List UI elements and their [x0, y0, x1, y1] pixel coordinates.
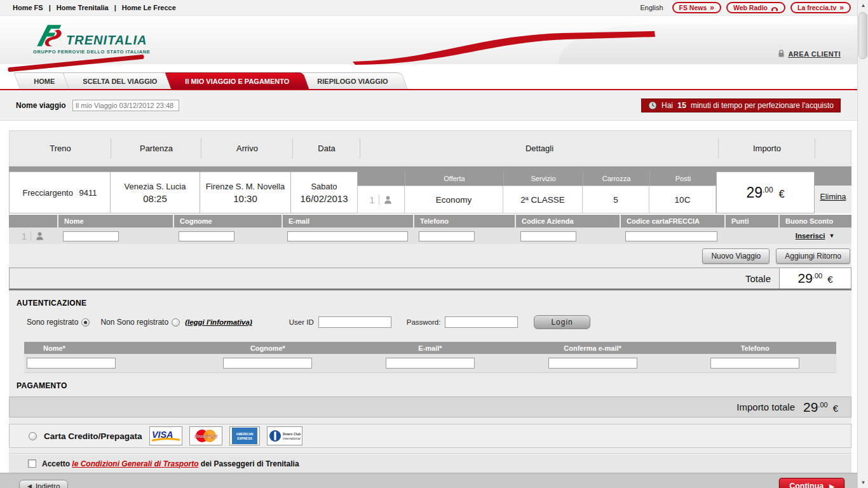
journey-row: Frecciargento 9411 Venezia S. Lucia 08:2…: [9, 172, 851, 214]
language-label[interactable]: English: [640, 4, 663, 11]
web-radio-button[interactable]: Web Radio: [726, 2, 785, 13]
col-header-spacer: [815, 131, 851, 166]
passenger-cognome-input[interactable]: [179, 231, 234, 241]
passenger-col-telefono: Telefono: [413, 215, 515, 227]
timer-post: minuti di tempo per perfezionare l'acqui…: [691, 101, 834, 110]
departure-cell: Venezia S. Lucia 08:25: [110, 172, 200, 214]
passenger-number: 1: [22, 231, 27, 241]
brand-name: TRENITALIA: [66, 33, 147, 48]
form-col-conferma-email: Conferma e-mail*: [512, 344, 674, 352]
payment-method-row: Carta Credito/Prepagata VISA MasterCard …: [9, 424, 851, 448]
trip-actions: Nuovo Viaggio Aggiungi Ritorno: [9, 244, 851, 268]
not-registered-label: Non Sono registrato: [100, 318, 168, 327]
tab-label: Il MIO VIAGGIO E PAGAMENTO: [185, 78, 289, 85]
table-divider-strip: [9, 166, 851, 172]
indietro-button[interactable]: ◀ Indietro: [19, 480, 68, 488]
passenger-col-cognome: Cognome: [173, 215, 281, 227]
link-home-fs[interactable]: Home FS: [13, 4, 43, 11]
login-button[interactable]: Login: [534, 315, 590, 329]
scrollbar-thumb[interactable]: [858, 12, 867, 59]
scrollbar-up-button[interactable]: ▲: [858, 0, 868, 11]
passenger-nome-input[interactable]: [63, 231, 119, 241]
informativa-link[interactable]: (leggi l'informativa): [185, 318, 252, 326]
amex-text1: AMERICAN: [236, 432, 253, 436]
passenger-codice-azienda-input[interactable]: [520, 231, 576, 241]
form-cognome-input[interactable]: [223, 358, 312, 369]
brand-subtitle: GRUPPO FERROVIE DELLO STATO ITALIANE: [33, 49, 150, 55]
separator: |: [114, 4, 116, 11]
registered-radio[interactable]: [81, 318, 90, 327]
link-home-le-frecce[interactable]: Home Le Frecce: [122, 4, 176, 11]
arrival-cell: Firenze S. M. Novella 10:30: [200, 172, 291, 214]
user-id-input[interactable]: [318, 316, 391, 328]
details-header-carrozza: Carrozza: [583, 172, 649, 186]
link-home-trenitalia[interactable]: Home Trenitalia: [57, 4, 109, 11]
total-dec: .00: [813, 272, 822, 280]
form-conferma-email-input[interactable]: [548, 358, 637, 369]
la-freccia-tv-button[interactable]: La freccia.tv »: [790, 2, 851, 13]
form-col-telefono: Telefono: [674, 344, 836, 352]
headphones-icon: [771, 4, 778, 11]
continua-button[interactable]: Continua ▶: [779, 478, 844, 488]
departure-station: Venezia S. Lucia: [125, 182, 186, 191]
password-label: Password:: [407, 318, 441, 326]
tab-scelta-del-viaggio[interactable]: SCELTA DEL VIAGGIO: [62, 72, 177, 89]
visa-logo: VISA: [149, 426, 182, 445]
la-freccia-tv-label: La freccia.tv: [797, 4, 836, 11]
terms-link[interactable]: le Condizioni Generali di Trasporto: [72, 459, 198, 468]
divider: [379, 195, 379, 205]
card-payment-radio[interactable]: [29, 432, 37, 440]
offer-value: Economy: [404, 186, 503, 214]
terms-band: Accetto le Condizioni Generali di Traspo…: [9, 454, 851, 473]
inserisci-link[interactable]: Inserisci: [796, 232, 825, 240]
delete-journey-link[interactable]: Elimina: [820, 193, 846, 201]
back-arrow-icon: ◀: [27, 483, 32, 488]
fs-news-button[interactable]: FS News »: [672, 2, 721, 13]
passenger-col-codice-azienda: Codice Azienda: [515, 215, 620, 227]
scrollbar-down-button[interactable]: ▼: [858, 477, 868, 488]
payment-heading: PAGAMENTO: [9, 373, 851, 390]
passenger-col-cartafreccia: Codice cartaFRECCIA: [620, 215, 724, 227]
accept-terms-checkbox[interactable]: [28, 459, 36, 468]
registered-label: Sono registrato: [27, 318, 78, 327]
diners-text2: International: [283, 437, 301, 440]
form-telefono-input[interactable]: [710, 358, 799, 369]
authentication-heading: AUTENTICAZIONE: [9, 290, 851, 308]
passenger-cartafreccia-input[interactable]: [625, 231, 717, 241]
total-label: Totale: [745, 268, 771, 288]
registration-form-header: Nome* Cognome* E-mail* Conferma e-mail* …: [24, 342, 836, 354]
passenger-input-row: 1 Inserisci ▼: [9, 227, 851, 244]
mastercard-logo: MasterCard: [189, 426, 222, 445]
price-currency: €: [779, 189, 785, 200]
scrollbar-up-icon: ▲: [861, 3, 866, 8]
area-clienti-link[interactable]: AREA CLIENTI: [788, 50, 841, 58]
tab-label: SCELTA DEL VIAGGIO: [83, 78, 157, 85]
tab-mio-viaggio-e-pagamento[interactable]: Il MIO VIAGGIO E PAGAMENTO: [165, 72, 309, 89]
total-box: Totale 29.00€: [9, 268, 851, 290]
indietro-label: Indietro: [36, 482, 60, 488]
terms-post: dei Passeggeri di Trenitalia: [201, 459, 299, 468]
payment-total-currency: €: [833, 403, 838, 414]
trip-name-input[interactable]: [72, 100, 179, 111]
payment-total-label: Importo totale: [736, 402, 795, 412]
diners-logo: Diners ClubInternational: [267, 426, 302, 445]
payment-method-label: Carta Credito/Prepagata: [44, 431, 142, 441]
price-dec: .00: [763, 186, 773, 194]
form-nome-input[interactable]: [27, 358, 116, 369]
not-registered-radio[interactable]: [172, 318, 180, 327]
seats-value: 10C: [649, 186, 716, 214]
password-input[interactable]: [445, 316, 518, 328]
train-name: Frecciargento 9411: [22, 188, 97, 198]
tab-riepilogo-viaggio[interactable]: RIEPILOGO VIAGGIO: [297, 72, 408, 89]
form-email-input[interactable]: [386, 358, 475, 369]
passenger-email-input[interactable]: [287, 231, 408, 241]
nuovo-viaggio-button[interactable]: Nuovo Viaggio: [702, 248, 770, 264]
trenitalia-logo[interactable]: TRENITALIA GRUPPO FERROVIE DELLO STATO I…: [33, 24, 150, 55]
coach-value: 5: [582, 186, 649, 214]
passenger-telefono-input[interactable]: [419, 231, 475, 241]
col-header-importo: Importo: [719, 131, 815, 166]
buono-sconto-cell: Inserisci ▼: [778, 232, 851, 240]
vertical-scrollbar[interactable]: ▲ ▼: [857, 0, 868, 488]
travel-date: 16/02/2013: [300, 193, 348, 204]
aggiungi-ritorno-button[interactable]: Aggiungi Ritorno: [776, 248, 850, 264]
